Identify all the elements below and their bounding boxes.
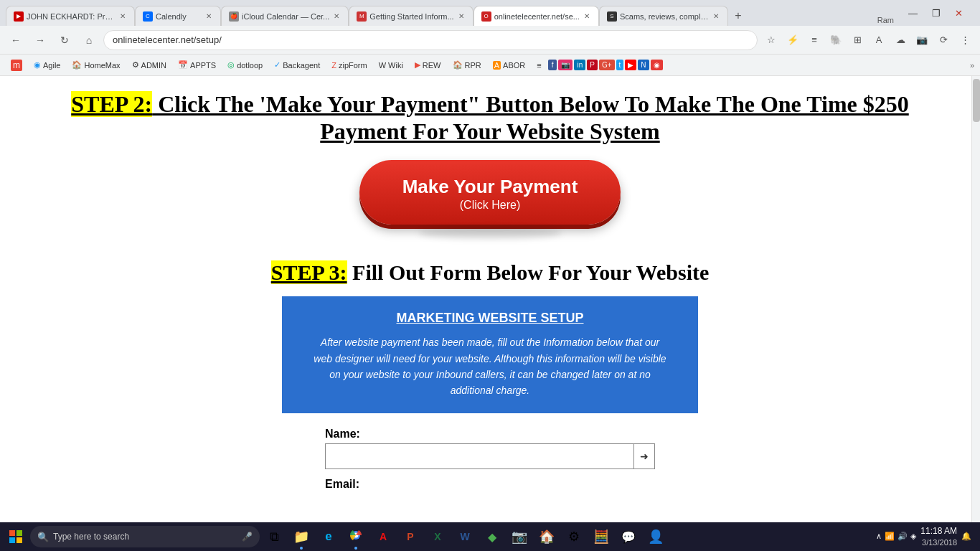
bookmark-linkedin[interactable]: in <box>574 60 585 70</box>
tab-close-2[interactable]: ✕ <box>204 12 213 20</box>
forward-button[interactable]: → <box>30 30 50 50</box>
bookmark-twitter[interactable]: t <box>616 60 624 70</box>
microphone-icon[interactable]: 🎤 <box>242 532 253 542</box>
start-button[interactable] <box>3 524 29 550</box>
bookmark-dotloop[interactable]: ◎ dotloop <box>222 58 268 72</box>
bookmark-rpr[interactable]: 🏠 RPR <box>448 58 486 72</box>
network-icon[interactable]: 📶 <box>885 532 895 541</box>
taskbar-app-excel[interactable]: X <box>425 522 451 551</box>
tab-6[interactable]: S Scams, reviews, comple... ✕ <box>599 6 728 26</box>
bookmark-misc2[interactable]: ◉ <box>651 60 663 70</box>
step2-heading: STEP 2: Click The 'Make Your Payment" Bu… <box>29 90 951 146</box>
bookmark-agile[interactable]: ◉ Agile <box>29 58 65 72</box>
bookmark-layers[interactable]: ≡ <box>532 59 546 72</box>
agile-icon: ◉ <box>34 60 41 70</box>
step2-text: Click The 'Make Your Payment" Button Bel… <box>152 91 909 144</box>
taskbar-app-calc[interactable]: 🧮 <box>588 522 614 551</box>
bookmark-backagent[interactable]: ✓ Backagent <box>269 58 325 72</box>
bookmark-rew[interactable]: ▶ REW <box>410 58 446 72</box>
new-tab-button[interactable]: + <box>728 6 748 26</box>
close-button[interactable]: ✕ <box>949 6 969 20</box>
tab-5[interactable]: O onlinetelecenter.net/se... ✕ <box>473 6 599 26</box>
acrobat-icon[interactable]: A <box>870 31 888 50</box>
tab-close-6[interactable]: ✕ <box>712 12 720 20</box>
form-section: Name: ➜ Email: <box>325 428 655 491</box>
info-box: MARKETING WEBSITE SETUP After website pa… <box>282 296 698 413</box>
bookmark-gmail[interactable]: m <box>6 57 27 73</box>
back-button[interactable]: ← <box>6 30 26 50</box>
taskbar-app-word[interactable]: W <box>452 522 478 551</box>
extensions-icon[interactable]: ⚡ <box>783 31 802 50</box>
cloud-icon[interactable]: ☁ <box>891 31 910 50</box>
taskbar-app-green[interactable]: ◆ <box>479 522 505 551</box>
dropbox-icon[interactable]: ◈ <box>910 532 916 541</box>
extra-tab[interactable]: Ram <box>872 14 900 26</box>
payment-button-wrapper: Make Your Payment (Click Here) <box>29 160 951 239</box>
bookmark-facebook[interactable]: f <box>548 60 557 70</box>
bookmark-star-icon[interactable]: ☆ <box>762 31 781 50</box>
bookmarks-more[interactable]: » <box>970 61 974 70</box>
system-icons: ∧ 📶 🔊 ◈ <box>876 532 916 541</box>
taskbar-app-user[interactable]: 👤 <box>643 522 669 551</box>
bookmark-abor[interactable]: A ABOR <box>488 59 531 72</box>
name-input[interactable] <box>326 444 633 468</box>
name-submit-button[interactable]: ➜ <box>633 444 654 468</box>
bookmark-google-plus[interactable]: G+ <box>599 60 615 70</box>
minimize-button[interactable]: — <box>903 6 923 20</box>
taskbar-app-chat[interactable]: 💬 <box>616 522 641 551</box>
taskbar-app-camera[interactable]: 📷 <box>507 522 532 551</box>
chrome-sync-icon[interactable]: ⟳ <box>934 31 953 50</box>
bookmark-wiki[interactable]: W Wiki <box>374 59 408 72</box>
scrollbar[interactable] <box>971 76 980 551</box>
taskbar-app-acrobat[interactable]: A <box>370 522 396 551</box>
bookmark-admin[interactable]: ⚙ ADMIN <box>127 58 171 72</box>
taskbar-app-house[interactable]: 🏠 <box>534 522 560 551</box>
bookmark-appts[interactable]: 📅 APPTS <box>173 58 221 72</box>
backagent-icon: ✓ <box>274 60 281 70</box>
windows-logo-icon <box>9 530 22 543</box>
chevron-up-icon[interactable]: ∧ <box>876 532 882 541</box>
tab-2[interactable]: C Calendly ✕ <box>135 6 221 26</box>
evernote-icon[interactable]: 🐘 <box>826 31 845 50</box>
bookmark-instagram[interactable]: 📷 <box>558 60 573 70</box>
tab-close-3[interactable]: ✕ <box>332 12 341 20</box>
payment-btn-main-text: Make Your Payment <box>402 176 578 198</box>
home-button[interactable]: ⌂ <box>79 30 99 50</box>
bookmark-label: APPTS <box>190 61 216 70</box>
taskbar-app-edge[interactable]: e <box>316 522 341 551</box>
volume-icon[interactable]: 🔊 <box>897 532 908 541</box>
tab-1[interactable]: ▶ JOHN ECKHARDT: Pray... ✕ <box>6 6 135 26</box>
tab-close-5[interactable]: ✕ <box>583 12 591 20</box>
taskbar-search[interactable]: 🔍 Type here to search 🎤 <box>30 526 260 547</box>
scrollbar-thumb[interactable] <box>973 79 980 122</box>
tab-4[interactable]: M Getting Started Inform... ✕ <box>349 6 473 26</box>
taskbar-task-view[interactable]: ⧉ <box>261 522 287 551</box>
camera-icon[interactable]: 📷 <box>913 31 931 50</box>
bookmark-pinterest[interactable]: P <box>587 60 598 70</box>
taskbar-app-settings[interactable]: ⚙ <box>561 522 587 551</box>
bookmark-homemax[interactable]: 🏠 HomeMax <box>67 58 125 72</box>
tab-favicon-6: S <box>607 11 617 22</box>
bookmark-zipform[interactable]: Z zipForm <box>326 59 372 72</box>
zipform-icon: Z <box>331 61 336 70</box>
title-bar: ▶ JOHN ECKHARDT: Pray... ✕ C Calendly ✕ … <box>0 0 980 26</box>
bookmark-misc1[interactable]: N <box>638 60 649 70</box>
grid-icon[interactable]: ⊞ <box>848 31 867 50</box>
maximize-button[interactable]: ❐ <box>926 6 946 20</box>
bookmark-youtube[interactable]: ▶ <box>625 60 636 70</box>
tab-3[interactable]: 🍎 iCloud Calendar — Cer... ✕ <box>221 6 349 26</box>
taskbar-app-explorer[interactable]: 📁 <box>288 522 314 551</box>
system-clock[interactable]: 11:18 AM 3/13/2018 <box>920 526 957 547</box>
tab-title-4: Getting Started Inform... <box>369 12 453 21</box>
email-label: Email: <box>325 478 655 491</box>
tab-close-4[interactable]: ✕ <box>457 12 466 20</box>
menu-icon[interactable]: ⋮ <box>956 31 974 50</box>
notification-icon[interactable]: 🔔 <box>961 532 971 541</box>
reload-button[interactable]: ↻ <box>55 30 75 50</box>
make-payment-button[interactable]: Make Your Payment (Click Here) <box>359 160 621 225</box>
taskbar-app-chrome[interactable] <box>343 522 369 551</box>
address-input[interactable] <box>103 30 758 50</box>
taskbar-app-powerpoint[interactable]: P <box>397 522 423 551</box>
layers-icon[interactable]: ≡ <box>805 31 824 50</box>
tab-close-1[interactable]: ✕ <box>118 12 127 20</box>
